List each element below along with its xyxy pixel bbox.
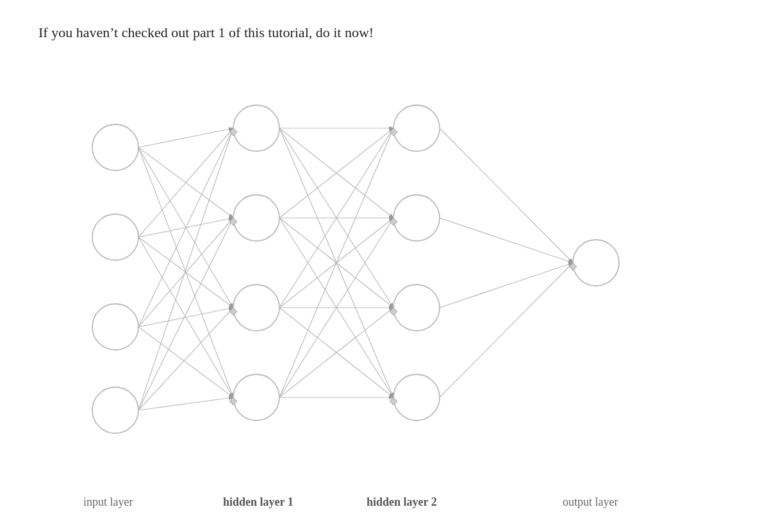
svg-line-13 bbox=[138, 327, 233, 397]
input-node-1 bbox=[92, 124, 138, 170]
output-layer-label: output layer bbox=[563, 495, 618, 509]
svg-line-14 bbox=[138, 128, 233, 410]
hidden1-node-4 bbox=[233, 374, 279, 420]
svg-line-36 bbox=[440, 263, 573, 308]
svg-line-37 bbox=[440, 263, 573, 397]
svg-line-15 bbox=[138, 218, 233, 410]
svg-line-34 bbox=[440, 128, 573, 263]
hidden1-node-2 bbox=[233, 195, 279, 241]
input-layer-label: input layer bbox=[83, 495, 133, 509]
hidden1-node-1 bbox=[233, 105, 279, 151]
header-text: If you haven’t checked out part 1 of thi… bbox=[38, 24, 374, 41]
input-node-3 bbox=[92, 304, 138, 350]
hidden-layer-1-label: hidden layer 1 bbox=[223, 495, 294, 509]
hidden1-node-3 bbox=[233, 285, 279, 331]
svg-line-35 bbox=[440, 218, 573, 263]
hidden-layer-2-label: hidden layer 2 bbox=[367, 495, 437, 509]
input-node-2 bbox=[92, 214, 138, 260]
hidden2-node-3 bbox=[393, 285, 440, 331]
input-node-4 bbox=[92, 387, 138, 433]
svg-line-17 bbox=[138, 397, 233, 410]
output-node-1 bbox=[573, 240, 619, 286]
hidden2-node-1 bbox=[393, 105, 440, 151]
neural-network-diagram bbox=[0, 64, 769, 487]
hidden2-node-4 bbox=[393, 374, 440, 420]
hidden2-node-2 bbox=[393, 195, 440, 241]
